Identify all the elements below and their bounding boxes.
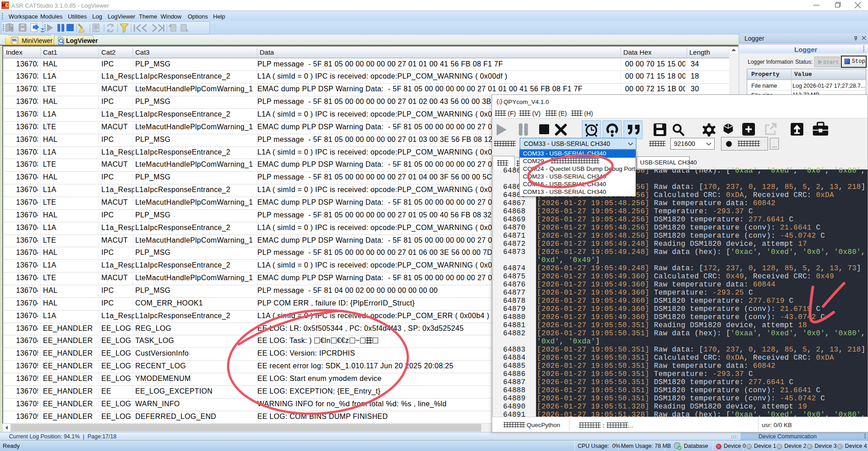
svg-text:ML: ML bbox=[12, 38, 18, 42]
